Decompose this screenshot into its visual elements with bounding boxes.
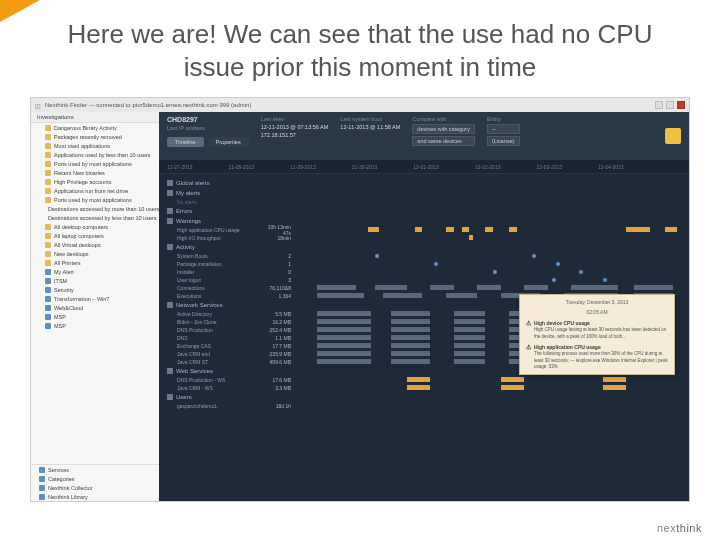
sidebar-bottom-item[interactable]: Nexthink Collector bbox=[31, 483, 159, 492]
entity-label: Entity bbox=[487, 116, 520, 122]
sidebar-item-label: MSP bbox=[54, 323, 66, 329]
boot-label: Last system boot bbox=[340, 116, 400, 122]
sidebar-item[interactable]: Destinations accessed by less than 10 us… bbox=[31, 213, 159, 222]
tooltip-body-1: High CPU usage lasting at least 30 secon… bbox=[534, 327, 668, 340]
sidebar-item[interactable]: Applications run from net drive bbox=[31, 186, 159, 195]
tooltip-heading-2: High application CPU usage bbox=[526, 343, 668, 351]
slide-corner-accent bbox=[0, 0, 40, 22]
close-button[interactable] bbox=[677, 101, 685, 109]
sidebar-item[interactable]: New desktops bbox=[31, 249, 159, 258]
timeline-row: System Boots2 bbox=[167, 252, 689, 260]
timeline-row: High I/O throughput18min bbox=[167, 234, 689, 242]
app-icon: ◫ bbox=[35, 102, 41, 109]
minimize-button[interactable] bbox=[655, 101, 663, 109]
folder-icon bbox=[45, 278, 51, 284]
folder-icon bbox=[45, 314, 51, 320]
sidebar-item-label: Applications used by less than 10 users bbox=[54, 152, 151, 158]
sidebar-item-label: My Alert bbox=[54, 269, 74, 275]
sidebar-item[interactable]: Most used applications bbox=[31, 141, 159, 150]
sidebar-item-label: All desktop computers bbox=[54, 224, 108, 230]
device-header: CHD8297 Last IP address Timeline Propert… bbox=[159, 112, 689, 160]
timeline-date: 11-30-2013 bbox=[352, 164, 378, 170]
section-users[interactable]: Users bbox=[167, 392, 689, 402]
timeline-row: Java CRM - WS3.3 MB bbox=[167, 384, 689, 392]
folder-icon bbox=[45, 134, 51, 140]
maximize-button[interactable] bbox=[666, 101, 674, 109]
sidebar-item[interactable]: Recent New binaries bbox=[31, 168, 159, 177]
sidebar-item-label: Destinations accessed by less than 10 us… bbox=[48, 215, 157, 221]
sidebar-item-label: ITSM bbox=[54, 278, 67, 284]
module-icon bbox=[39, 494, 45, 500]
section-my-alerts[interactable]: My alerts bbox=[167, 188, 689, 198]
sidebar-item[interactable]: Dangerous Binary Activity bbox=[31, 123, 159, 132]
sidebar-item-label: Most used applications bbox=[54, 143, 110, 149]
sidebar-item[interactable]: High Privilege accounts bbox=[31, 177, 159, 186]
module-icon bbox=[39, 476, 45, 482]
sidebar-item[interactable]: All Printers bbox=[31, 258, 159, 267]
sidebar-item-label: Ports used by most applications bbox=[54, 197, 132, 203]
tooltip-body-2: The following process used more than 30%… bbox=[534, 351, 668, 370]
sidebar-item-label: Packages recently removed bbox=[54, 134, 122, 140]
sidebar-item[interactable]: All laptop computers bbox=[31, 231, 159, 240]
sidebar-item[interactable]: ITSM bbox=[31, 276, 159, 285]
timeline-row: Connections76,110&8 bbox=[167, 284, 689, 292]
timeline-dates: 11-27-201311-28-201311-29-201311-30-2013… bbox=[159, 160, 689, 174]
folder-icon bbox=[45, 170, 51, 176]
sidebar-item-label: Destinations accessed by more than 10 us… bbox=[48, 206, 159, 212]
sidebar-item[interactable]: Destinations accessed by more than 10 us… bbox=[31, 204, 159, 213]
tab-timeline[interactable]: Timeline bbox=[167, 137, 204, 147]
sidebar-item[interactable]: Transformation – Win7 bbox=[31, 294, 159, 303]
sidebar-item[interactable]: Packages recently removed bbox=[31, 132, 159, 141]
folder-icon bbox=[45, 287, 51, 293]
license-select[interactable]: (License) bbox=[487, 136, 520, 146]
section-global-alerts[interactable]: Global alerts bbox=[167, 178, 689, 188]
sidebar-item[interactable]: Ports used by most applications bbox=[31, 195, 159, 204]
sidebar-item[interactable]: All desktop computers bbox=[31, 222, 159, 231]
tooltip-date: Tuesday, December 3, 2013 bbox=[526, 299, 668, 306]
folder-icon bbox=[45, 143, 51, 149]
window-titlebar: ◫ Nexthink Finder — connected to ptvr5de… bbox=[31, 98, 689, 112]
timeline-row: User logon3 bbox=[167, 276, 689, 284]
sidebar-item[interactable]: Applications used by less than 10 users bbox=[31, 150, 159, 159]
sidebar-item-label: Transformation – Win7 bbox=[54, 296, 109, 302]
section-warnings[interactable]: Warnings bbox=[167, 216, 689, 226]
sidebar-list: Dangerous Binary ActivityPackages recent… bbox=[31, 123, 159, 464]
module-icon bbox=[39, 467, 45, 473]
folder-icon bbox=[45, 242, 51, 248]
compare-label: Compare with bbox=[412, 116, 475, 122]
sidebar-item[interactable]: Security bbox=[31, 285, 159, 294]
sidebar-item-label: Applications run from net drive bbox=[54, 188, 128, 194]
folder-icon bbox=[45, 179, 51, 185]
tab-properties[interactable]: Properties bbox=[208, 137, 249, 147]
same-select[interactable]: and same devices bbox=[412, 136, 475, 146]
section-errors[interactable]: Errors bbox=[167, 206, 689, 216]
folder-icon bbox=[45, 260, 51, 266]
home-icon[interactable] bbox=[665, 128, 681, 144]
tooltip-heading-1: High device CPU usage bbox=[526, 319, 668, 327]
sidebar-item-label: All Printers bbox=[54, 260, 81, 266]
sidebar-bottom-item[interactable]: Nexthink Library bbox=[31, 492, 159, 501]
folder-icon bbox=[45, 233, 51, 239]
sidebar-item-label: MSP bbox=[54, 314, 66, 320]
entity-select[interactable]: -- bbox=[487, 124, 520, 134]
module-icon bbox=[39, 485, 45, 491]
sidebar-item-label: Dangerous Binary Activity bbox=[54, 125, 117, 131]
sidebar-item[interactable]: All Virtual desktops bbox=[31, 240, 159, 249]
folder-icon bbox=[45, 161, 51, 167]
sidebar-item[interactable]: MSP bbox=[31, 312, 159, 321]
sidebar-bottom-item[interactable]: Categories bbox=[31, 474, 159, 483]
compare-select[interactable]: devices with category bbox=[412, 124, 475, 134]
boot-value: 12-11-2013 @ 11:58 AM bbox=[340, 124, 400, 130]
sidebar-item[interactable]: MSP bbox=[31, 321, 159, 330]
folder-icon bbox=[45, 125, 51, 131]
section-activity[interactable]: Activity bbox=[167, 242, 689, 252]
timeline-row: gasparo\chdemo118d 1h bbox=[167, 402, 689, 410]
sidebar-item[interactable]: Web&Cloud bbox=[31, 303, 159, 312]
sidebar-item[interactable]: Ports used by most applications bbox=[31, 159, 159, 168]
sidebar-bottom: ServicesCategoriesNexthink CollectorNext… bbox=[31, 464, 159, 501]
folder-icon bbox=[45, 197, 51, 203]
timeline-row: High application CPU usage10h 13min 47s bbox=[167, 226, 689, 234]
sidebar-item[interactable]: My Alert bbox=[31, 267, 159, 276]
tooltip-time: 02:05 AM bbox=[526, 309, 668, 316]
sidebar-bottom-item[interactable]: Services bbox=[31, 465, 159, 474]
